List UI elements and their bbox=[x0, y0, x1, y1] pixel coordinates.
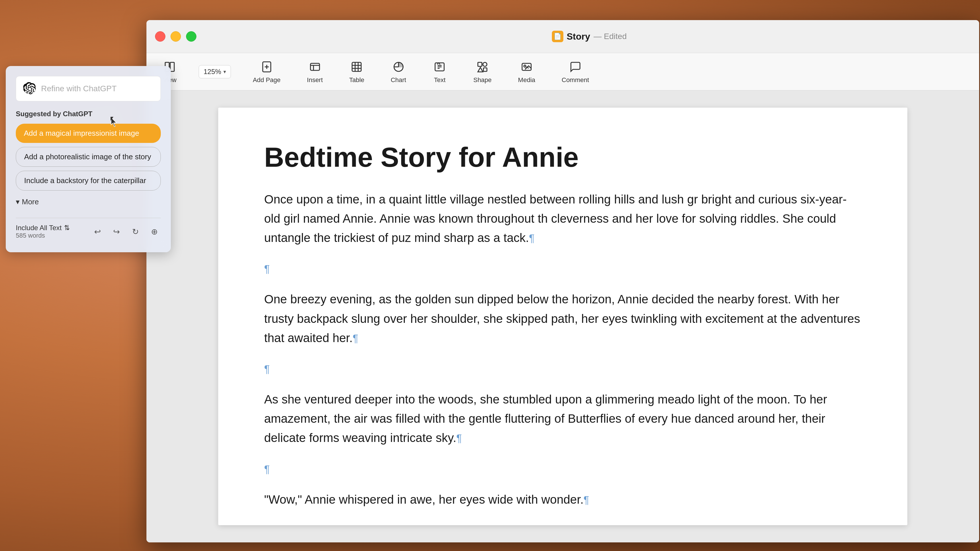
paragraph-2: One breezy evening, as the golden sun di… bbox=[264, 289, 861, 348]
svg-marker-22 bbox=[478, 67, 483, 72]
suggestion-photorealistic-image-button[interactable]: Add a photorealistic image of the story bbox=[16, 147, 161, 167]
suggestion-caterpillar-backstory-button[interactable]: Include a backstory for the caterpillar bbox=[16, 171, 161, 191]
minimize-button[interactable] bbox=[170, 31, 181, 41]
paragraph-4: "Wow," Annie whispered in awe, her eyes … bbox=[264, 490, 861, 509]
toolbar-add-page-button[interactable]: Add Page bbox=[248, 57, 285, 86]
chatgpt-input-placeholder[interactable]: Refine with ChatGPT bbox=[41, 84, 116, 93]
window-title: Story bbox=[567, 31, 590, 42]
svg-point-25 bbox=[524, 65, 526, 67]
redo-button[interactable]: ↪ bbox=[110, 225, 123, 238]
footer-actions: ↩ ↪ ↻ ⊕ bbox=[91, 225, 161, 238]
empty-para-1: ¶ bbox=[264, 259, 861, 278]
chart-icon bbox=[391, 60, 406, 74]
suggestion-magical-image-button[interactable]: Add a magical impressionist image bbox=[16, 124, 161, 143]
add-button[interactable]: ⊕ bbox=[148, 225, 161, 238]
chart-label: Chart bbox=[391, 76, 406, 84]
undo-button[interactable]: ↩ bbox=[91, 225, 104, 238]
text-icon bbox=[433, 60, 447, 74]
svg-rect-20 bbox=[478, 62, 482, 66]
mouse-cursor bbox=[111, 117, 118, 127]
toolbar-insert-button[interactable]: Insert bbox=[302, 57, 327, 86]
document-page: Bedtime Story for Annie Once upon a time… bbox=[218, 108, 907, 525]
para-mark-empty-4: ¶ bbox=[264, 525, 270, 525]
add-page-icon bbox=[259, 60, 274, 74]
shape-icon bbox=[475, 60, 490, 74]
comment-label: Comment bbox=[562, 76, 589, 84]
more-button[interactable]: ▾ More bbox=[16, 195, 39, 209]
table-icon bbox=[350, 60, 364, 74]
toolbar-chart-button[interactable]: Chart bbox=[386, 57, 411, 86]
maximize-button[interactable] bbox=[186, 31, 196, 41]
para-mark-2: ¶ bbox=[353, 333, 358, 345]
media-icon bbox=[519, 60, 534, 74]
refresh-button[interactable]: ↻ bbox=[129, 225, 142, 238]
toolbar: View 125% ▾ Add Page bbox=[146, 53, 979, 91]
panel-footer: Include All Text ⇅ 585 words ↩ ↪ ↻ ⊕ bbox=[16, 218, 161, 239]
toolbar-text-button[interactable]: Text bbox=[428, 57, 451, 86]
close-button[interactable] bbox=[155, 31, 165, 41]
zoom-control[interactable]: 125% ▾ bbox=[199, 65, 231, 78]
chatgpt-logo-icon bbox=[23, 82, 37, 95]
window-title-suffix: — Edited bbox=[593, 32, 627, 41]
more-chevron-icon: ▾ bbox=[16, 197, 19, 206]
word-count: 585 words bbox=[16, 232, 70, 239]
para-mark-empty-1: ¶ bbox=[264, 263, 270, 275]
zoom-chevron-icon: ▾ bbox=[223, 68, 226, 75]
title-center: 📄 Story — Edited bbox=[208, 31, 970, 42]
pages-window: 📄 Story — Edited View 125% ▾ bbox=[146, 20, 979, 542]
svg-rect-1 bbox=[170, 62, 174, 71]
toolbar-table-button[interactable]: Table bbox=[345, 57, 369, 86]
svg-rect-23 bbox=[484, 68, 487, 71]
empty-para-4: ¶ bbox=[264, 521, 861, 525]
para-mark-empty-3: ¶ bbox=[264, 464, 270, 475]
insert-label: Insert bbox=[307, 76, 323, 84]
svg-point-21 bbox=[483, 62, 487, 66]
empty-para-3: ¶ bbox=[264, 459, 861, 478]
titlebar: 📄 Story — Edited bbox=[146, 20, 979, 53]
paragraph-3: As she ventured deeper into the woods, s… bbox=[264, 390, 861, 448]
zoom-value: 125% bbox=[204, 68, 221, 76]
text-label: Text bbox=[434, 76, 445, 84]
media-label: Media bbox=[518, 76, 535, 84]
chatgpt-input-row[interactable]: Refine with ChatGPT bbox=[16, 76, 161, 101]
include-all-text-chevron-icon: ⇅ bbox=[64, 224, 70, 232]
svg-rect-5 bbox=[310, 63, 320, 70]
para-mark-1: ¶ bbox=[529, 232, 535, 244]
traffic-lights bbox=[155, 31, 196, 41]
add-page-label: Add Page bbox=[253, 76, 280, 84]
empty-para-2: ¶ bbox=[264, 359, 861, 378]
para-mark-empty-2: ¶ bbox=[264, 363, 270, 375]
para-mark-3: ¶ bbox=[456, 432, 462, 444]
document-title: Bedtime Story for Annie bbox=[264, 142, 861, 173]
shape-label: Shape bbox=[473, 76, 492, 84]
include-all-text-row[interactable]: Include All Text ⇅ bbox=[16, 224, 70, 232]
content-area: Bedtime Story for Annie Once upon a time… bbox=[146, 91, 979, 542]
document-icon: 📄 bbox=[552, 31, 563, 42]
toolbar-media-button[interactable]: Media bbox=[514, 57, 540, 86]
comment-icon bbox=[568, 60, 582, 74]
chatgpt-panel: Refine with ChatGPT Suggested by ChatGPT… bbox=[6, 66, 171, 252]
paragraph-1: Once upon a time, in a quaint little vil… bbox=[264, 190, 861, 248]
toolbar-shape-button[interactable]: Shape bbox=[469, 57, 496, 86]
insert-icon bbox=[308, 60, 322, 74]
table-label: Table bbox=[349, 76, 364, 84]
para-mark-4: ¶ bbox=[584, 494, 589, 506]
toolbar-comment-button[interactable]: Comment bbox=[557, 57, 593, 86]
svg-rect-8 bbox=[352, 62, 361, 71]
include-all-text-label: Include All Text bbox=[16, 224, 62, 232]
more-label: More bbox=[22, 197, 39, 206]
suggested-by-chatgpt-label: Suggested by ChatGPT bbox=[16, 110, 161, 118]
